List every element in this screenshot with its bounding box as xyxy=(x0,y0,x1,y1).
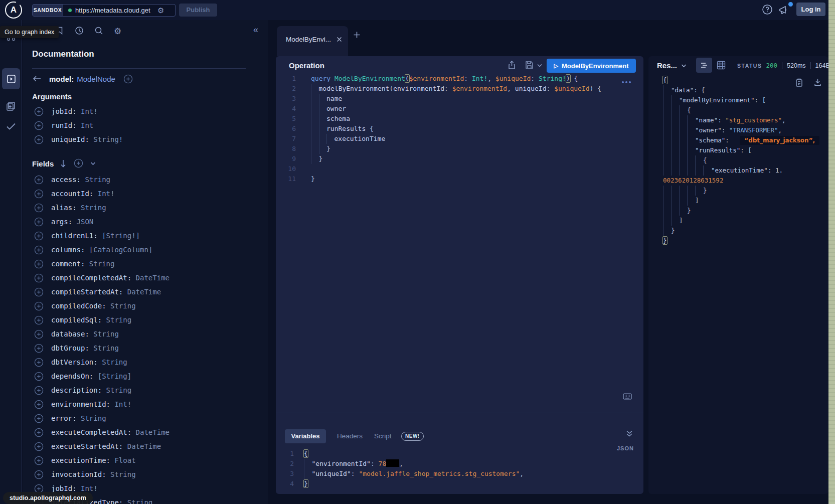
field-name-link[interactable]: dependsOn: xyxy=(51,372,93,380)
tab-title[interactable]: ModelByEnvi... xyxy=(286,36,337,43)
add-field-to-query-button[interactable] xyxy=(34,400,44,409)
field-type-link[interactable]: String xyxy=(77,414,106,422)
add-field-to-query-button[interactable] xyxy=(34,231,44,241)
back-arrow-icon[interactable] xyxy=(32,75,42,83)
add-field-to-query-button[interactable] xyxy=(34,442,44,451)
save-options-chevron-icon[interactable] xyxy=(537,64,542,67)
field-type-link[interactable]: Float xyxy=(110,456,136,464)
add-field-to-query-button[interactable] xyxy=(34,287,44,297)
doc-type-link[interactable]: ModelNode xyxy=(77,75,115,83)
add-field-to-query-button[interactable] xyxy=(34,189,44,199)
add-fields-dropdown-icon[interactable] xyxy=(90,161,96,165)
field-name-link[interactable]: accountId: xyxy=(51,190,93,198)
response-view-table-button[interactable] xyxy=(717,61,726,70)
publish-button[interactable]: Publish xyxy=(179,4,217,17)
add-field-to-query-button[interactable] xyxy=(34,329,44,339)
field-name-link[interactable]: jobId: xyxy=(51,107,77,115)
field-type-link[interactable]: [String!] xyxy=(98,232,140,240)
add-type-button[interactable] xyxy=(123,74,133,84)
sidebar-item-schema[interactable] xyxy=(6,101,16,111)
field-name-link[interactable]: args: xyxy=(51,218,72,226)
history-icon[interactable] xyxy=(75,26,84,35)
add-field-to-query-button[interactable] xyxy=(34,203,44,213)
apollo-logo[interactable]: A xyxy=(5,2,22,19)
field-name-link[interactable]: compileStartedAt: xyxy=(51,288,123,296)
add-field-to-query-button[interactable] xyxy=(34,372,44,381)
add-field-to-query-button[interactable] xyxy=(34,428,44,437)
add-field-to-query-button[interactable] xyxy=(34,175,44,185)
field-type-link[interactable]: String xyxy=(89,330,119,338)
field-type-link[interactable]: String xyxy=(89,344,119,352)
tab-headers[interactable]: Headers xyxy=(337,432,363,440)
endpoint-url-input[interactable]: https://metadata.cloud.get ⚙ xyxy=(63,4,176,17)
tab-script[interactable]: Script xyxy=(374,432,392,440)
response-json-tree[interactable]: {"data": {"modelByEnvironment": [{"name"… xyxy=(663,75,826,246)
field-name-link[interactable]: invocationId: xyxy=(51,470,106,478)
run-operation-button[interactable]: ▷ ModelByEnvironment xyxy=(547,59,636,73)
field-type-link[interactable]: String xyxy=(81,176,110,184)
field-name-link[interactable]: compileCompletedAt: xyxy=(51,274,131,282)
response-dropdown-chevron-icon[interactable] xyxy=(681,64,687,68)
field-type-link[interactable]: JSON xyxy=(72,218,93,226)
field-name-link[interactable]: runId: xyxy=(51,121,77,129)
add-field-to-query-button[interactable] xyxy=(34,386,44,395)
help-icon[interactable] xyxy=(762,4,773,15)
add-field-to-query-button[interactable] xyxy=(34,107,44,116)
collapse-variables-icon[interactable] xyxy=(626,430,633,437)
tab-modelbyenvironment[interactable]: ModelByEnvi... xyxy=(277,26,348,56)
add-field-to-query-button[interactable] xyxy=(34,344,44,353)
field-type-link[interactable]: DateTime xyxy=(131,428,170,436)
add-field-to-query-button[interactable] xyxy=(34,358,44,367)
add-field-to-query-button[interactable] xyxy=(34,135,44,144)
field-type-link[interactable]: String xyxy=(106,470,136,478)
save-icon[interactable] xyxy=(525,61,534,69)
operation-editor[interactable]: 1query ModelByEnvironment($environmentId… xyxy=(276,74,627,184)
field-type-link[interactable]: String xyxy=(106,302,136,310)
field-name-link[interactable]: database: xyxy=(51,330,89,338)
endpoint-url[interactable]: https://metadata.cloud.get xyxy=(75,7,156,14)
field-type-link[interactable]: String xyxy=(102,386,131,394)
add-field-to-query-button[interactable] xyxy=(34,273,44,283)
settings-gear-icon[interactable]: ⚙ xyxy=(114,26,121,37)
field-name-link[interactable]: comment: xyxy=(51,260,85,268)
field-name-link[interactable]: dbtGroup: xyxy=(51,344,89,352)
add-field-to-query-button[interactable] xyxy=(34,414,44,423)
field-type-link[interactable]: String! xyxy=(89,135,123,143)
add-all-fields-button[interactable] xyxy=(74,158,83,168)
share-icon[interactable] xyxy=(508,61,516,70)
variables-editor[interactable]: 1{2"environmentId": 78,3"uniqueId": "mod… xyxy=(276,449,627,489)
response-title[interactable]: Res... xyxy=(657,61,677,70)
field-name-link[interactable]: executeStartedAt: xyxy=(51,442,123,450)
field-type-link[interactable]: DateTime xyxy=(123,288,161,296)
connection-settings-icon[interactable]: ⚙ xyxy=(157,6,164,15)
field-name-link[interactable]: jobId: xyxy=(51,484,77,492)
field-name-link[interactable]: executeCompletedAt: xyxy=(51,428,131,436)
field-name-link[interactable]: description: xyxy=(51,386,102,394)
field-type-link[interactable]: Int! xyxy=(77,107,98,115)
add-field-to-query-button[interactable] xyxy=(34,301,44,311)
field-type-link[interactable]: String xyxy=(85,260,114,268)
field-name-link[interactable]: compiledSql: xyxy=(51,316,102,324)
field-name-link[interactable]: dbtVersion: xyxy=(51,358,98,366)
add-field-to-query-button[interactable] xyxy=(34,470,44,479)
sidebar-item-checks[interactable] xyxy=(6,122,17,131)
field-name-link[interactable]: environmentId: xyxy=(51,400,110,408)
field-name-link[interactable]: columns: xyxy=(51,246,85,254)
sidebar-item-explorer[interactable] xyxy=(2,68,20,89)
collapse-panel-icon[interactable]: « xyxy=(253,25,258,35)
field-type-link[interactable]: DateTime xyxy=(131,274,170,282)
announcements-icon[interactable] xyxy=(778,5,790,16)
field-type-link[interactable]: String xyxy=(123,498,152,504)
search-icon[interactable] xyxy=(94,26,103,35)
add-field-to-query-button[interactable] xyxy=(34,259,44,269)
field-type-link[interactable]: Int! xyxy=(77,484,98,492)
field-name-link[interactable]: compiledCode: xyxy=(51,302,106,310)
field-name-link[interactable]: access: xyxy=(51,176,81,184)
add-field-to-query-button[interactable] xyxy=(34,217,44,227)
add-field-to-query-button[interactable] xyxy=(34,245,44,255)
field-type-link[interactable]: String xyxy=(102,316,131,324)
field-type-link[interactable]: Int xyxy=(77,121,94,129)
field-type-link[interactable]: Int! xyxy=(110,400,131,408)
tab-variables[interactable]: Variables xyxy=(285,429,326,443)
login-button[interactable]: Log in xyxy=(796,3,825,16)
